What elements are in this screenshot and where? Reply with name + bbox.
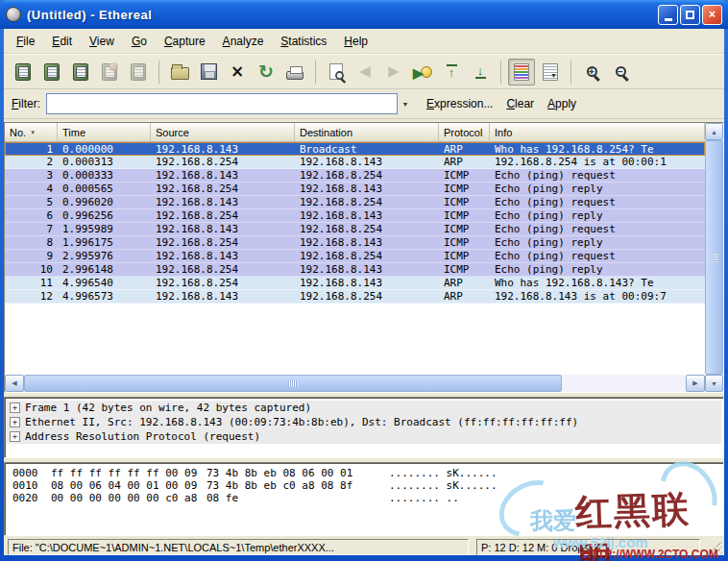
capture-options-icon <box>44 63 60 81</box>
back-icon: ◀ <box>359 64 371 79</box>
column-header-no[interactable]: No.▼ <box>5 123 58 142</box>
restart-capture-icon <box>131 63 146 81</box>
scroll-right-button[interactable]: ▶ <box>686 375 705 392</box>
auto-scroll-button[interactable]: ▼ <box>537 59 564 85</box>
filter-label: Filter: <box>12 97 40 110</box>
find-packet-button[interactable] <box>323 59 350 85</box>
expression-button[interactable]: Expression... <box>426 97 493 110</box>
menu-help[interactable]: Help <box>335 32 376 51</box>
table-row[interactable]: 30.000333192.168.8.143192.168.8.254ICMPE… <box>5 169 705 183</box>
zoom-in-button[interactable]: + <box>578 59 605 85</box>
filter-input[interactable] <box>46 93 398 114</box>
scroll-up-button[interactable]: ▲ <box>705 123 723 140</box>
menu-analyze[interactable]: Analyze <box>214 32 273 51</box>
hex-row[interactable]: 0020 00 00 00 00 00 00 c0 a8 08 fe .....… <box>12 492 723 504</box>
go-to-top-button[interactable]: ↑ <box>438 59 465 85</box>
hex-offset: 0020 <box>12 492 51 504</box>
packet-list-pane: No.▼ Time Source Destination Protocol In… <box>4 122 724 393</box>
expand-icon[interactable]: + <box>10 431 20 442</box>
table-row[interactable]: 60.996256192.168.8.254192.168.8.143ICMPE… <box>5 209 705 223</box>
capture-options-button[interactable] <box>38 59 65 85</box>
table-row[interactable]: 10.000000192.168.8.143BroadcastARPWho ha… <box>5 142 705 156</box>
colorize-button[interactable] <box>508 59 535 85</box>
menu-go[interactable]: Go <box>123 32 156 51</box>
goto-packet-icon: ▶ <box>413 64 432 80</box>
maximize-button[interactable] <box>680 5 700 25</box>
table-row[interactable]: 102.996148192.168.8.254192.168.8.143ICMP… <box>5 263 705 277</box>
menu-file[interactable]: File <box>8 32 43 51</box>
column-header-time[interactable]: Time <box>58 123 151 142</box>
go-forward-button[interactable]: ▶ <box>380 59 407 85</box>
scroll-down-button[interactable]: ▼ <box>705 375 723 392</box>
column-header-destination[interactable]: Destination <box>295 123 439 142</box>
restart-capture-button[interactable] <box>125 59 152 85</box>
status-bar: File: "C:\DOCUME~1\ADMIN~1.NET\LOCALS~1\… <box>4 539 724 555</box>
interfaces-icon <box>15 63 31 81</box>
detail-row-ethernet[interactable]: + Ethernet II, Src: 192.168.8.143 (00:09… <box>7 415 721 429</box>
toolbar-separator <box>158 61 159 84</box>
detail-row-frame[interactable]: + Frame 1 (42 bytes on wire, 42 bytes ca… <box>7 401 721 415</box>
menu-capture[interactable]: Capture <box>156 32 214 51</box>
column-header-protocol[interactable]: Protocol <box>439 123 490 142</box>
filter-dropdown-button[interactable]: ▼ <box>398 93 413 114</box>
table-row[interactable]: 124.996573192.168.8.143192.168.8.254ARP1… <box>5 290 705 304</box>
table-row[interactable]: 71.995989192.168.8.143192.168.8.254ICMPE… <box>5 223 705 236</box>
menu-statistics[interactable]: Statistics <box>272 32 335 51</box>
column-header-info[interactable]: Info <box>490 123 705 142</box>
go-top-icon: ↑ <box>447 64 457 79</box>
hex-row[interactable]: 0010 08 00 06 04 00 01 00 09 73 4b 8b eb… <box>12 479 723 492</box>
print-button[interactable] <box>281 59 308 85</box>
packet-list-header: No.▼ Time Source Destination Protocol In… <box>5 123 705 142</box>
close-file-button[interactable]: × <box>224 59 251 85</box>
go-to-bottom-button[interactable]: ↓ <box>467 59 494 85</box>
title-bar[interactable]: (Untitled) - Ethereal × <box>0 0 728 29</box>
list-interfaces-button[interactable] <box>10 59 36 85</box>
table-row[interactable]: 92.995976192.168.8.143192.168.8.254ICMPE… <box>5 250 705 263</box>
status-file-path: File: "C:\DOCUME~1\ADMIN~1.NET\LOCALS~1\… <box>8 539 469 555</box>
hex-row[interactable]: 0000 ff ff ff ff ff ff 00 09 73 4b 8b eb… <box>12 467 723 479</box>
reload-button[interactable]: ↻ <box>253 59 279 85</box>
go-back-button[interactable]: ◀ <box>352 59 378 85</box>
table-row[interactable]: 50.996020192.168.8.143192.168.8.254ICMPE… <box>5 196 705 209</box>
chevron-down-icon: ▼ <box>402 101 409 108</box>
goto-packet-button[interactable]: ▶ <box>409 59 436 85</box>
find-icon <box>329 63 343 80</box>
main-toolbar: × ↻ ◀ ▶ ▶ ↑ ↓ ▼ <box>4 54 724 89</box>
horizontal-scrollbar-thumb[interactable] <box>24 375 562 392</box>
status-packet-counts: P: 12 D: 12 M: 0 Drops: 0 <box>476 539 700 555</box>
table-row[interactable]: 81.996175192.168.8.254192.168.8.143ICMPE… <box>5 236 705 250</box>
zoom-out-button[interactable]: − <box>607 59 634 85</box>
open-file-button[interactable] <box>166 59 193 85</box>
clear-button[interactable]: Clear <box>506 97 534 110</box>
print-icon <box>286 71 303 80</box>
close-button[interactable]: × <box>702 5 722 25</box>
vertical-scrollbar[interactable]: ▲ ▼ <box>705 123 723 392</box>
save-file-button[interactable] <box>195 59 222 85</box>
table-row[interactable]: 20.000313192.168.8.254192.168.8.143ARP19… <box>5 156 705 169</box>
hex-bytes: 73 4b 8b eb 08 06 00 01 <box>206 467 362 479</box>
table-row[interactable]: 40.000565192.168.8.254192.168.8.143ICMPE… <box>5 183 705 196</box>
resize-grip[interactable] <box>709 541 722 554</box>
window-content: File Edit View Go Capture Analyze Statis… <box>4 29 724 555</box>
hex-offset: 0010 <box>12 479 51 492</box>
minimize-button[interactable] <box>658 5 678 25</box>
menu-view[interactable]: View <box>81 32 123 51</box>
column-header-source[interactable]: Source <box>151 123 295 142</box>
start-capture-button[interactable] <box>67 59 94 85</box>
expand-icon[interactable]: + <box>10 402 20 413</box>
expand-icon[interactable]: + <box>10 417 20 427</box>
scroll-left-button[interactable]: ◀ <box>5 375 24 392</box>
horizontal-scrollbar[interactable]: ◀ ▶ <box>5 375 705 392</box>
apply-button[interactable]: Apply <box>547 97 576 110</box>
menu-edit[interactable]: Edit <box>43 32 81 51</box>
table-row[interactable]: 114.996540192.168.8.254192.168.8.143ARPW… <box>5 277 705 290</box>
toolbar-separator <box>500 61 501 84</box>
detail-text: Frame 1 (42 bytes on wire, 42 bytes capt… <box>25 402 311 414</box>
detail-row-arp[interactable]: + Address Resolution Protocol (request) <box>7 429 721 444</box>
vertical-scrollbar-thumb[interactable] <box>705 140 723 375</box>
scroll-right-icon: ▶ <box>692 379 697 387</box>
stop-capture-button[interactable] <box>96 59 123 85</box>
close-icon: × <box>709 9 716 20</box>
toolbar-separator <box>315 61 316 84</box>
auto-scroll-icon: ▼ <box>543 63 558 81</box>
